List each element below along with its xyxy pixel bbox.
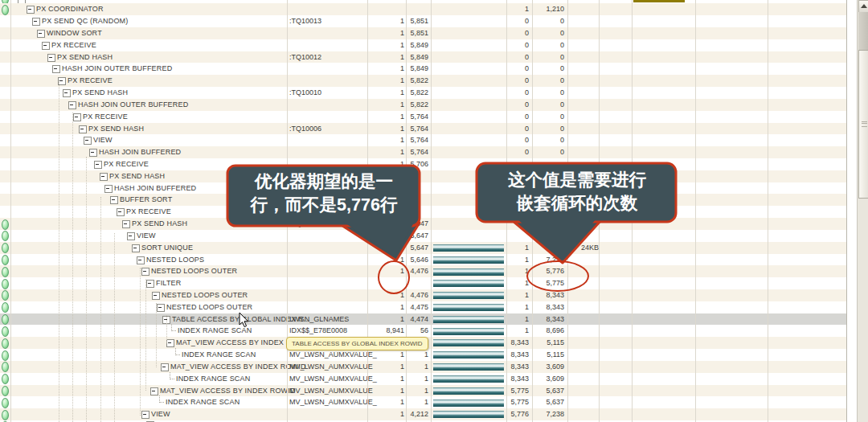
expand-toggle[interactable]: [146, 280, 154, 288]
scrollbar-track[interactable]: [858, 12, 868, 50]
plan-row[interactable]: PX RECEIVE15,706: [0, 158, 846, 170]
plan-row[interactable]: VIEW14,2125,7767,238: [0, 408, 846, 420]
panel-right-gap: [846, 0, 858, 422]
callout1-text: 优化器期望的是一 行，而不是5,776行: [227, 170, 420, 217]
tree-guide-line: [156, 303, 158, 367]
executions-value: 1: [492, 3, 529, 15]
expand-toggle[interactable]: [18, 0, 26, 3]
expand-toggle[interactable]: [110, 196, 118, 204]
actual-rows-value: 1,210: [530, 3, 564, 15]
expand-toggle[interactable]: [137, 256, 145, 264]
expand-toggle[interactable]: [32, 18, 40, 26]
plan-row[interactable]: PX COORDINATOR11,210: [0, 3, 846, 15]
plan-row[interactable]: INDEX RANGE SCANMV_LWSN_AUMXVALUE_118,34…: [0, 373, 846, 385]
expand-toggle[interactable]: [122, 220, 130, 228]
cost-value: 1: [405, 373, 428, 385]
expand-toggle[interactable]: [104, 185, 113, 193]
plan-row[interactable]: PX RECEIVE15,76400: [0, 111, 846, 123]
plan-row[interactable]: NESTED LOOPS OUTER14,47518,343: [0, 301, 846, 313]
estimated-rows-value: 1: [368, 51, 404, 64]
plan-row[interactable]: NESTED LOOPS OUTER14,47618,343: [0, 289, 846, 301]
expand-toggle[interactable]: [63, 89, 71, 97]
column-separator: [695, 0, 696, 422]
plan-row[interactable]: PX SEND HASH:TQ1001015,82200: [0, 87, 846, 99]
plan-row[interactable]: VIEW15,76400: [0, 134, 846, 146]
expand-toggle[interactable]: [68, 101, 76, 109]
plan-row[interactable]: PX SEND HASH:TQ1001215,84900: [0, 51, 846, 64]
estimated-rows-value: 1: [368, 123, 404, 135]
tree-guide-line: [100, 197, 102, 422]
actual-rows-value: 0: [530, 27, 564, 39]
expand-toggle[interactable]: [73, 113, 81, 121]
vertical-scrollbar[interactable]: [857, 0, 868, 422]
cost-value: 5,764: [405, 134, 428, 146]
expand-toggle[interactable]: [42, 42, 50, 50]
actual-rows-value: 0: [530, 75, 564, 87]
tree-elbow-connector: [159, 395, 164, 403]
plan-row[interactable]: HASH JOIN BUFFERED15,76400: [0, 146, 846, 158]
plan-row[interactable]: TABLE ACCESS BY GLOBAL INDEX R...LWSN_GL…: [0, 313, 846, 326]
estimated-rows-value: 1: [368, 385, 404, 397]
plan-row[interactable]: HASH JOIN OUTER BUFFERED15,84900: [0, 63, 846, 75]
expand-toggle[interactable]: [79, 125, 87, 133]
plan-row[interactable]: INDEX RANGE SCANMV_LWSN_AUMXVALUE_118,34…: [0, 349, 846, 361]
plan-row[interactable]: BUFFER SORT: [0, 194, 846, 206]
executions-value: 1: [492, 265, 529, 277]
plan-row[interactable]: FILTER15,775: [0, 277, 846, 289]
plan-row[interactable]: NESTED LOOPS OUTER14,47615,776: [0, 265, 846, 277]
expand-toggle[interactable]: [141, 268, 149, 276]
plan-row[interactable]: HASH JOIN OUTER BUFFERED15,82200: [0, 99, 846, 111]
expand-toggle[interactable]: [157, 304, 165, 312]
expand-toggle[interactable]: [94, 161, 102, 169]
estimated-rows-value: 1: [368, 15, 404, 27]
operation-label: NESTED LOOPS OUTER: [162, 289, 248, 301]
actual-rows-value: 8,327: [530, 230, 564, 242]
operation-label: INDEX RANGE SCAN: [182, 349, 256, 361]
plan-row[interactable]: MAT_VIEW ACCESS BY INDEX ROWIDMV_LWSN_AU…: [0, 361, 846, 373]
active-op-icon: [2, 374, 9, 384]
plan-row[interactable]: PX RECEIVE: [0, 206, 846, 218]
object-name: :TQ10013: [289, 15, 321, 27]
scrollbar-thumb[interactable]: [858, 50, 868, 199]
plan-row[interactable]: HASH JOIN BUFFERED: [0, 182, 846, 195]
expand-toggle[interactable]: [84, 137, 92, 145]
plan-row-partial-top[interactable]: [0, 0, 846, 3]
expand-toggle[interactable]: [150, 387, 158, 395]
cost-value: 5,851: [405, 15, 428, 27]
cost-value: 5,822: [405, 75, 428, 87]
executions-value: 1: [492, 254, 529, 266]
plan-row[interactable]: SORT UNIQUE15,64718,32724KB: [0, 242, 846, 254]
expand-toggle[interactable]: [100, 173, 108, 181]
expand-toggle[interactable]: [127, 232, 135, 240]
expand-toggle[interactable]: [47, 54, 55, 62]
plan-row[interactable]: PX RECEIVE15,84900: [0, 39, 846, 51]
scroll-up-button[interactable]: [858, 0, 868, 13]
estimated-rows-value: 1: [368, 230, 404, 242]
expand-toggle[interactable]: [141, 411, 149, 419]
plan-row[interactable]: PX SEND QC (RANDOM):TQ1001315,85100: [0, 15, 846, 27]
plan-row[interactable]: VIEW15,6478,327: [0, 230, 846, 242]
plan-row[interactable]: PX SEND HASH:TQ1000615,76400: [0, 123, 846, 135]
plan-row[interactable]: NESTED LOOPS15,64617,238: [0, 254, 846, 266]
expand-toggle[interactable]: [117, 208, 125, 216]
operation-label: PX SEND HASH: [132, 218, 187, 230]
expand-toggle[interactable]: [152, 292, 160, 300]
plan-row[interactable]: WINDOW SORT15,85100: [0, 27, 846, 39]
object-name: :TQ10010: [289, 87, 321, 99]
expand-toggle[interactable]: [52, 65, 60, 73]
expand-toggle[interactable]: [161, 363, 169, 371]
expand-toggle[interactable]: [89, 149, 97, 157]
plan-row[interactable]: PX SEND HASH: [0, 170, 846, 182]
expand-toggle[interactable]: [132, 244, 140, 252]
plan-row[interactable]: MAT_VIEW ACCESS BY INDEX ROWIDMV_LWSN_AU…: [0, 385, 846, 397]
plan-row[interactable]: INDEX RANGE SCANIDX$$_E78E00088,9415618,…: [0, 325, 846, 337]
plan-row[interactable]: PX SEND HASH:TQ1000015,647: [0, 218, 846, 230]
active-op-icon: [2, 0, 9, 3]
expand-toggle[interactable]: [27, 6, 35, 14]
plan-row[interactable]: INDEX RANGE SCANMV_LWSN_AUMXVALUE_115,77…: [0, 396, 846, 408]
executions-value: 5,775: [492, 396, 529, 408]
executions-value: 0: [492, 63, 529, 75]
active-op-icon: [2, 267, 9, 277]
expand-toggle[interactable]: [37, 30, 45, 38]
plan-row[interactable]: PX RECEIVE15,82200: [0, 75, 846, 87]
